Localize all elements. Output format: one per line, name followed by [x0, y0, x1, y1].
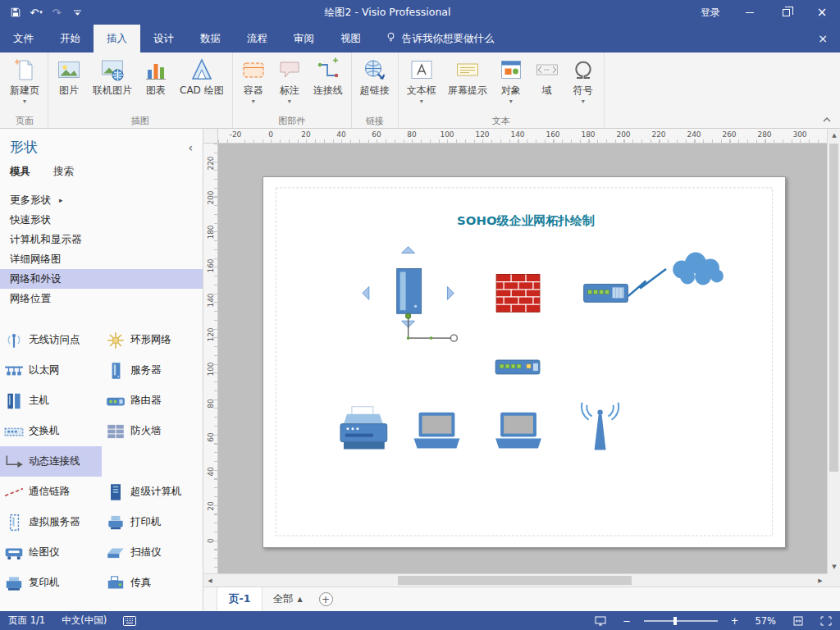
save-icon[interactable] [7, 3, 25, 21]
ribbon-button-newpage[interactable]: 新建页▾ [4, 54, 45, 114]
language-indicator[interactable]: 中文(中国) [53, 611, 115, 630]
stencil-link-detailed-network[interactable]: 详细网络图 [0, 249, 203, 269]
collapse-panel-button[interactable]: ‹ [188, 141, 193, 154]
stencil-link-more-shapes[interactable]: 更多形状▸ [0, 190, 203, 210]
add-page-button[interactable]: + [319, 592, 333, 606]
shape-server[interactable] [397, 269, 422, 314]
minimize-button[interactable] [732, 0, 768, 25]
stencil-shape-ethernet[interactable]: 以太网 [0, 355, 102, 386]
stencil-shape-ring[interactable]: 环形网络 [102, 325, 203, 355]
ribbon-button-symbol[interactable]: 符号▾ [565, 54, 601, 114]
stencil-link-network-locations[interactable]: 网络位置 [0, 289, 203, 308]
shape-laptop-2[interactable] [495, 413, 541, 449]
horizontal-scrollbar[interactable]: ◀ ▶ [203, 573, 827, 587]
page-tab-1[interactable]: 页-1 [217, 587, 262, 611]
scroll-left-icon[interactable]: ◀ [203, 574, 217, 587]
ribbon-tab-home[interactable]: 开始 [47, 25, 94, 52]
ribbon-button-object[interactable]: 对象▾ [493, 54, 529, 114]
shape-printer[interactable] [340, 407, 387, 450]
zoom-in-button[interactable]: + [723, 611, 747, 630]
shape-switch[interactable] [495, 360, 540, 374]
stencil-shape-router[interactable]: 路由器 [102, 386, 203, 416]
scroll-up-icon[interactable]: ▲ [828, 129, 840, 142]
ribbon-button-onlinepicture[interactable]: 联机图片 [87, 54, 138, 114]
close-button[interactable]: × [804, 0, 840, 25]
shape-wireless-antenna[interactable] [582, 403, 619, 450]
minimize-icon [746, 12, 754, 13]
vertical-scroll-thumb[interactable] [829, 144, 838, 472]
ribbon-button-hyperlink[interactable]: 超链接 [354, 54, 395, 114]
keyboard-icon[interactable] [115, 611, 144, 630]
wan-link-line[interactable] [628, 270, 665, 296]
stencil-shape-dynconn[interactable]: 动态连接线 [0, 446, 102, 477]
scroll-right-icon[interactable]: ▶ [814, 574, 827, 587]
signin-button[interactable]: 登录 [689, 6, 732, 20]
horizontal-scroll-thumb[interactable] [398, 576, 632, 585]
stencil-shape-plotter[interactable]: 绘图仪 [0, 537, 102, 568]
stencil-link-computers-monitors[interactable]: 计算机和显示器 [0, 230, 203, 249]
all-pages-button[interactable]: 全部 ▲ [262, 592, 312, 606]
zoom-slider-thumb[interactable] [673, 617, 677, 625]
zoom-level[interactable]: 57% [746, 611, 784, 630]
stencil-link-network-peripherals[interactable]: 网络和外设 [0, 269, 203, 289]
stencil-shape-firewall[interactable]: 防火墙 [102, 416, 203, 446]
zoom-slider[interactable] [644, 620, 718, 622]
fit-page-icon[interactable] [784, 611, 812, 630]
fullscreen-icon[interactable] [812, 611, 840, 630]
tell-me-box[interactable]: 告诉我你想要做什么 [374, 25, 506, 52]
vertical-scrollbar[interactable]: ▲ ▼ [827, 129, 840, 573]
drawing-viewport[interactable]: SOHO级企业网柘扑绘制 [218, 144, 827, 573]
chart-icon [144, 57, 168, 82]
stencil-shape-commlink[interactable]: 通信链路 [0, 477, 102, 507]
stencil-link-quick-shapes[interactable]: 快速形状 [0, 210, 203, 230]
undo-button[interactable]: ↶▾ [27, 3, 45, 21]
panel-tab-stencils[interactable]: 模具 [10, 165, 30, 179]
ribbon-tab-data[interactable]: 数据 [187, 25, 234, 52]
ribbon-button-cad[interactable]: CAD 绘图 [174, 54, 230, 114]
collapse-ribbon-button[interactable] [822, 114, 832, 126]
ribbon-button-screentip[interactable]: 屏幕提示 [442, 54, 493, 114]
zoom-out-button[interactable]: − [614, 611, 639, 630]
shape-laptop-1[interactable] [414, 413, 460, 449]
shape-cloud[interactable] [673, 253, 724, 285]
ruler-h-label: 120 [475, 130, 489, 139]
drawing-title-text[interactable]: SOHO级企业网柘扑绘制 [457, 213, 595, 228]
ribbon-button-field[interactable]: 域 [529, 54, 565, 114]
stencil-shape-host[interactable]: 主机 [0, 386, 102, 416]
ribbon-tab-process[interactable]: 流程 [234, 25, 281, 52]
scroll-down-icon[interactable]: ▼ [828, 560, 840, 573]
ruler-h-label: 100 [440, 130, 454, 139]
ribbon-button-connector[interactable]: 连接线 [308, 54, 349, 114]
ribbon-button-container[interactable]: 容器▾ [235, 54, 272, 114]
shape-dynamic-connector[interactable] [405, 313, 457, 341]
panel-tab-search[interactable]: 搜索 [53, 165, 74, 179]
stencil-shape-server[interactable]: 服务器 [102, 355, 203, 386]
presentation-mode-icon[interactable] [587, 611, 614, 630]
stencil-shape-virtualserver[interactable]: 虚拟服务器 [0, 507, 102, 537]
ribbon-button-textbox[interactable]: 文本框▾ [401, 54, 442, 114]
ribbon-tab-review[interactable]: 审阅 [281, 25, 327, 52]
stencil-shape-switch[interactable]: 交换机 [0, 416, 102, 446]
ribbon-button-chart[interactable]: 图表 [138, 54, 174, 114]
stencil-shape-copier[interactable]: 复印机 [0, 568, 102, 598]
stencil-shape-fax[interactable]: 传真 [102, 568, 203, 598]
ribbon-button-picture[interactable]: 图片 [51, 54, 87, 114]
redo-button[interactable]: ↷ [48, 3, 66, 21]
stencil-shape-supercomputer[interactable]: 超级计算机 [102, 477, 203, 507]
ribbon-tab-file[interactable]: 文件 [0, 25, 47, 52]
shape-firewall[interactable] [496, 274, 540, 312]
drawing-page[interactable]: SOHO级企业网柘扑绘制 [262, 176, 786, 548]
field-icon [535, 57, 559, 82]
ribbon-tab-insert[interactable]: 插入 [94, 25, 140, 52]
shape-router[interactable] [584, 284, 628, 302]
ribbon-tab-view[interactable]: 视图 [327, 25, 374, 52]
ribbon-tab-design[interactable]: 设计 [140, 25, 187, 52]
ribbon-button-callout[interactable]: 标注▾ [272, 54, 308, 114]
restore-button[interactable] [768, 0, 804, 25]
stencil-shape-wireless[interactable]: 无线访问点 [0, 325, 102, 355]
customize-qat-button[interactable] [68, 3, 86, 21]
document-close-button[interactable]: × [818, 25, 828, 52]
page-indicator[interactable]: 页面 1/1 [0, 611, 53, 630]
stencil-shape-printer[interactable]: 打印机 [102, 507, 203, 537]
stencil-shape-scanner[interactable]: 扫描仪 [102, 537, 203, 568]
